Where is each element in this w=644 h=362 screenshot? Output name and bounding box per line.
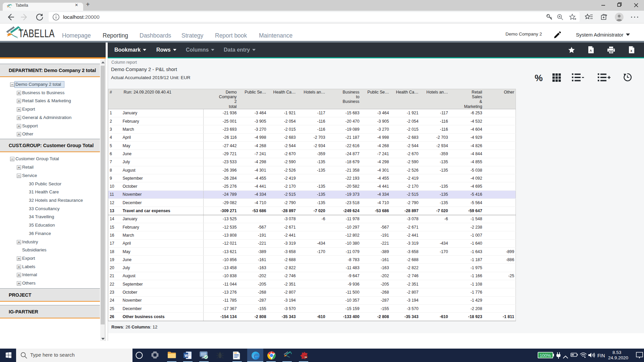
- svg-text:64: 64: [305, 356, 307, 358]
- svg-text:W: W: [184, 354, 188, 358]
- svg-text:x: x: [631, 49, 633, 53]
- svg-text:A: A: [590, 49, 592, 52]
- svg-text:100%: 100%: [540, 353, 551, 358]
